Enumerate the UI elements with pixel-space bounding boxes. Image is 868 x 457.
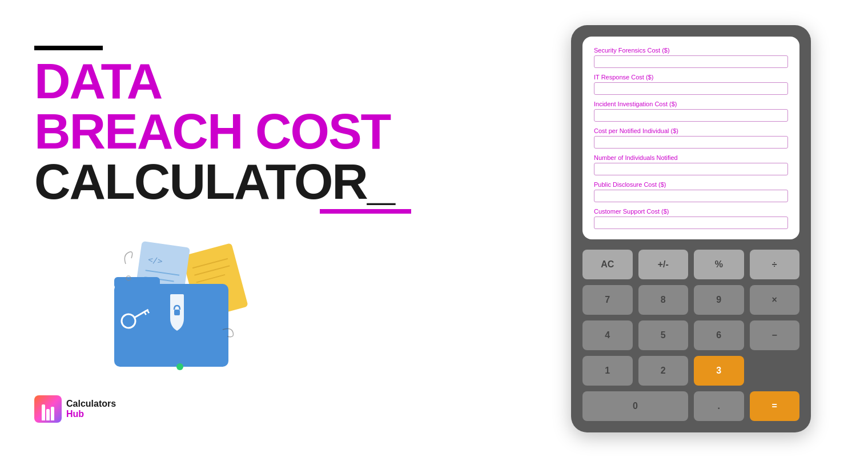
- input-security-forensics-cost[interactable]: [594, 55, 788, 68]
- label-customer-support-cost: Customer Support Cost ($): [594, 208, 788, 215]
- logo-bar-3: [51, 407, 54, 420]
- title-line-3: CALCULATOR_: [34, 157, 423, 207]
- label-it-response-cost: IT Response Cost ($): [594, 74, 788, 81]
- input-cost-per-notified-individual[interactable]: [594, 136, 788, 149]
- key-6[interactable]: 6: [694, 320, 744, 350]
- key-4[interactable]: 4: [582, 320, 633, 350]
- key-[interactable]: +/-: [638, 250, 689, 279]
- input-public-disclosure-cost[interactable]: [594, 190, 788, 202]
- main-title: DATA BREACH COST CALCULATOR_: [34, 56, 423, 207]
- label-public-disclosure-cost: Public Disclosure Cost ($): [594, 181, 788, 188]
- field-group-cost-per-notified-individual: Cost per Notified Individual ($): [594, 127, 788, 149]
- key-2[interactable]: 2: [638, 356, 689, 386]
- field-group-it-response-cost: IT Response Cost ($): [594, 74, 788, 95]
- keypad: AC+/-%÷789×456−1230.=: [582, 250, 799, 421]
- label-cost-per-notified-individual: Cost per Notified Individual ($): [594, 127, 788, 134]
- key-[interactable]: ÷: [750, 250, 800, 279]
- illustration-svg: </>: [86, 232, 268, 381]
- key-7[interactable]: 7: [582, 285, 633, 315]
- svg-rect-11: [174, 310, 180, 315]
- title-line-2: BREACH COST: [34, 106, 423, 157]
- logo-icon: [34, 395, 62, 423]
- calculator: Security Forensics Cost ($)IT Response C…: [571, 25, 811, 432]
- input-number-of-individuals-notified[interactable]: [594, 163, 788, 175]
- key-3[interactable]: 3: [694, 356, 744, 386]
- field-group-customer-support-cost: Customer Support Cost ($): [594, 208, 788, 229]
- key-AC[interactable]: AC: [582, 250, 633, 279]
- field-group-security-forensics-cost: Security Forensics Cost ($): [594, 47, 788, 68]
- right-section: Security Forensics Cost ($)IT Response C…: [548, 25, 834, 432]
- key-[interactable]: .: [694, 391, 744, 421]
- key-0[interactable]: 0: [582, 391, 688, 421]
- brand-name: Calculators: [66, 399, 116, 409]
- logo: Calculators Hub: [34, 395, 423, 423]
- label-security-forensics-cost: Security Forensics Cost ($): [594, 47, 788, 54]
- field-group-public-disclosure-cost: Public Disclosure Cost ($): [594, 181, 788, 202]
- key-[interactable]: −: [750, 320, 800, 350]
- label-number-of-individuals-notified: Number of Individuals Notified: [594, 154, 788, 161]
- key-9[interactable]: 9: [694, 285, 744, 315]
- top-decorative-bar: [34, 46, 103, 50]
- left-section: DATA BREACH COST CALCULATOR_ </>: [34, 34, 423, 423]
- key-[interactable]: ×: [750, 285, 800, 315]
- title-line-1: DATA: [34, 56, 423, 106]
- logo-text: Calculators Hub: [66, 399, 116, 419]
- fields-container: Security Forensics Cost ($)IT Response C…: [594, 47, 788, 229]
- brand-sub: Hub: [66, 409, 116, 419]
- svg-point-16: [176, 363, 183, 370]
- calculator-screen: Security Forensics Cost ($)IT Response C…: [582, 37, 799, 239]
- logo-bar-2: [46, 409, 50, 420]
- label-incident-investigation-cost: Incident Investigation Cost ($): [594, 101, 788, 107]
- key-1[interactable]: 1: [582, 356, 633, 386]
- input-customer-support-cost[interactable]: [594, 217, 788, 229]
- input-incident-investigation-cost[interactable]: [594, 109, 788, 122]
- key-[interactable]: =: [750, 391, 800, 421]
- key-5[interactable]: 5: [638, 320, 689, 350]
- field-group-incident-investigation-cost: Incident Investigation Cost ($): [594, 101, 788, 122]
- svg-rect-10: [114, 277, 160, 288]
- logo-bar-1: [42, 404, 45, 420]
- key-[interactable]: %: [694, 250, 744, 279]
- key-8[interactable]: 8: [638, 285, 689, 315]
- field-group-number-of-individuals-notified: Number of Individuals Notified: [594, 154, 788, 175]
- input-it-response-cost[interactable]: [594, 82, 788, 95]
- illustration: </>: [69, 230, 286, 384]
